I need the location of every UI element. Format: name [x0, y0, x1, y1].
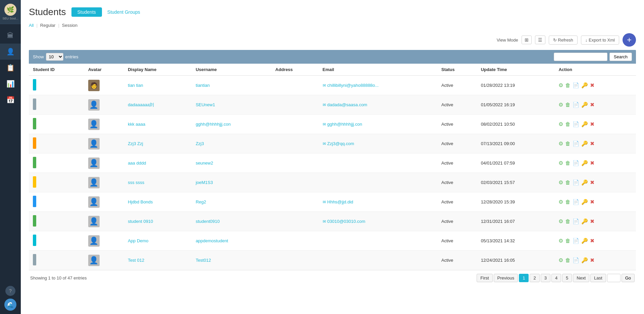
- delete-icon[interactable]: 🗑: [565, 199, 571, 205]
- file-icon[interactable]: 📄: [573, 82, 579, 88]
- username-cell[interactable]: Zzj3: [192, 134, 271, 153]
- search-button[interactable]: Search: [609, 53, 632, 61]
- go-page-input[interactable]: [607, 274, 621, 282]
- delete-icon[interactable]: 🗑: [565, 238, 571, 244]
- prev-page-button[interactable]: Previous: [494, 274, 518, 282]
- export-button[interactable]: ↓ Export to Xml: [581, 36, 619, 45]
- entries-select[interactable]: 10 25 50 100: [46, 53, 63, 61]
- settings-icon[interactable]: ⚙: [558, 160, 563, 166]
- cancel-icon[interactable]: ✖: [590, 238, 594, 244]
- settings-icon[interactable]: ⚙: [558, 121, 563, 127]
- key-icon[interactable]: 🔑: [581, 160, 588, 166]
- delete-icon[interactable]: 🗑: [565, 141, 571, 147]
- delete-icon[interactable]: 🗑: [565, 82, 571, 88]
- file-icon[interactable]: 📄: [573, 179, 579, 186]
- settings-icon[interactable]: ⚙: [558, 179, 563, 186]
- first-page-button[interactable]: First: [477, 274, 492, 282]
- grid-view-button[interactable]: ⊞: [522, 36, 532, 44]
- key-icon[interactable]: 🔑: [581, 82, 588, 88]
- delete-icon[interactable]: 🗑: [565, 160, 571, 166]
- display-name-cell[interactable]: Zzj3 Zzj: [124, 134, 192, 153]
- page-1-button[interactable]: 1: [519, 274, 529, 282]
- display-name-cell[interactable]: Hjdbd Bonds: [124, 192, 192, 212]
- sidebar-item-students[interactable]: 👤: [0, 44, 21, 60]
- display-name-cell[interactable]: dadaaaaaa刘: [124, 95, 192, 115]
- key-icon[interactable]: 🔑: [581, 179, 588, 186]
- sidebar-item-reports[interactable]: 📊: [0, 76, 21, 92]
- delete-icon[interactable]: 🗑: [565, 121, 571, 127]
- search-input[interactable]: [554, 53, 607, 61]
- delete-icon[interactable]: 🗑: [565, 218, 571, 225]
- list-view-button[interactable]: ☰: [535, 36, 545, 44]
- display-name-cell[interactable]: aaa dddd: [124, 153, 192, 173]
- username-cell[interactable]: gghh@hhhhjjj.con: [192, 115, 271, 134]
- username-cell[interactable]: appdemostudent: [192, 231, 271, 251]
- next-page-button[interactable]: Next: [573, 274, 589, 282]
- username-cell[interactable]: seunew2: [192, 153, 271, 173]
- file-icon[interactable]: 📄: [573, 102, 579, 108]
- settings-icon[interactable]: ⚙: [558, 218, 563, 225]
- students-tab-button[interactable]: Students: [71, 7, 102, 17]
- cancel-icon[interactable]: ✖: [590, 179, 594, 186]
- filter-session[interactable]: Session: [62, 23, 77, 28]
- key-icon[interactable]: 🔑: [581, 257, 588, 263]
- key-icon[interactable]: 🔑: [581, 121, 588, 127]
- display-name-cell[interactable]: tian tian: [124, 76, 192, 95]
- file-icon[interactable]: 📄: [573, 199, 579, 205]
- username-cell[interactable]: tiantian: [192, 76, 271, 95]
- settings-icon[interactable]: ⚙: [558, 140, 563, 147]
- display-name-cell[interactable]: sss ssss: [124, 173, 192, 192]
- username-cell[interactable]: joeM1S3: [192, 173, 271, 192]
- display-name-cell[interactable]: student 0910: [124, 212, 192, 231]
- display-name-cell[interactable]: App Demo: [124, 231, 192, 251]
- file-icon[interactable]: 📄: [573, 257, 579, 263]
- sidebar-item-schedule[interactable]: 📅: [0, 92, 21, 108]
- delete-icon[interactable]: 🗑: [565, 102, 571, 108]
- add-student-button[interactable]: +: [623, 33, 636, 47]
- file-icon[interactable]: 📄: [573, 160, 579, 166]
- sidebar-item-courses[interactable]: 📋: [0, 60, 21, 76]
- settings-icon[interactable]: ⚙: [558, 102, 563, 108]
- file-icon[interactable]: 📄: [573, 218, 579, 225]
- page-4-button[interactable]: 4: [551, 274, 561, 282]
- cancel-icon[interactable]: ✖: [590, 257, 594, 263]
- student-groups-tab-button[interactable]: Student Groups: [107, 9, 140, 15]
- username-cell[interactable]: student0910: [192, 212, 271, 231]
- cancel-icon[interactable]: ✖: [590, 82, 594, 88]
- page-5-button[interactable]: 5: [562, 274, 572, 282]
- display-name-cell[interactable]: Test 012: [124, 251, 192, 270]
- key-icon[interactable]: 🔑: [581, 199, 588, 205]
- delete-icon[interactable]: 🗑: [565, 257, 571, 263]
- cancel-icon[interactable]: ✖: [590, 199, 594, 205]
- last-page-button[interactable]: Last: [590, 274, 606, 282]
- file-icon[interactable]: 📄: [573, 121, 579, 127]
- username-cell[interactable]: Reg2: [192, 192, 271, 212]
- key-icon[interactable]: 🔑: [581, 102, 588, 108]
- key-icon[interactable]: 🔑: [581, 218, 588, 225]
- cancel-icon[interactable]: ✖: [590, 140, 594, 147]
- cancel-icon[interactable]: ✖: [590, 160, 594, 166]
- settings-icon[interactable]: ⚙: [558, 257, 563, 263]
- settings-icon[interactable]: ⚙: [558, 238, 563, 244]
- key-icon[interactable]: 🔑: [581, 140, 588, 147]
- go-button[interactable]: Go: [622, 274, 635, 282]
- page-3-button[interactable]: 3: [541, 274, 550, 282]
- display-name-cell[interactable]: kkk aaaa: [124, 115, 192, 134]
- delete-icon[interactable]: 🗑: [565, 180, 571, 186]
- filter-all[interactable]: All: [29, 23, 34, 28]
- user-avatar[interactable]: 🌊: [4, 299, 16, 311]
- file-icon[interactable]: 📄: [573, 140, 579, 147]
- file-icon[interactable]: 📄: [573, 238, 579, 244]
- sidebar-item-dashboard[interactable]: 🏛: [0, 27, 21, 44]
- page-2-button[interactable]: 2: [530, 274, 539, 282]
- settings-icon[interactable]: ⚙: [558, 82, 563, 88]
- cancel-icon[interactable]: ✖: [590, 102, 594, 108]
- settings-icon[interactable]: ⚙: [558, 199, 563, 205]
- key-icon[interactable]: 🔑: [581, 238, 588, 244]
- username-cell[interactable]: SEUnew1: [192, 95, 271, 115]
- cancel-icon[interactable]: ✖: [590, 121, 594, 127]
- refresh-button[interactable]: ↻ Refresh: [549, 36, 578, 45]
- cancel-icon[interactable]: ✖: [590, 218, 594, 225]
- filter-regular[interactable]: Regular: [40, 23, 56, 28]
- help-button[interactable]: ?: [5, 286, 15, 296]
